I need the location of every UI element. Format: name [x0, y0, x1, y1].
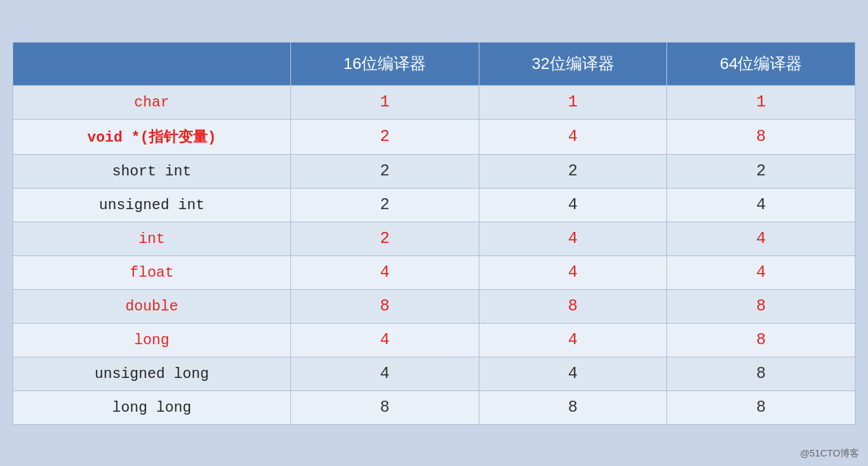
value-cell-col3: 1	[667, 85, 856, 119]
type-cell: float	[13, 255, 291, 289]
value-cell-col3: 4	[667, 222, 856, 255]
table-row: long448	[13, 323, 856, 357]
type-cell: unsigned int	[13, 188, 291, 222]
type-label: long long	[112, 399, 191, 416]
value-cell-col2: 4	[479, 222, 667, 255]
value-cell-col2: 4	[479, 119, 667, 154]
type-cell: char	[13, 85, 291, 119]
value-cell-col1: 2	[290, 222, 479, 255]
type-label: double	[125, 298, 178, 315]
header-row: 16位编译器 32位编译器 64位编译器	[13, 42, 856, 85]
table-row: float444	[13, 255, 856, 289]
table-row: char111	[13, 85, 856, 119]
type-label: unsigned long	[95, 365, 209, 382]
value-cell-col3: 4	[667, 255, 856, 289]
main-container: 16位编译器 32位编译器 64位编译器 char111void *(指针变量)…	[12, 42, 856, 425]
type-label: short int	[112, 163, 191, 180]
header-col3: 64位编译器	[667, 42, 856, 85]
value-cell-col3: 2	[667, 154, 856, 188]
watermark: @51CTO博客	[800, 447, 859, 460]
value-cell-col1: 4	[290, 323, 479, 357]
table-row: short int222	[13, 154, 856, 188]
table-row: double888	[13, 289, 856, 323]
table-row: unsigned int244	[13, 188, 856, 222]
value-cell-col2: 4	[479, 188, 667, 222]
type-cell: int	[13, 222, 291, 255]
type-cell: long	[13, 323, 291, 357]
value-cell-col2: 4	[479, 323, 667, 357]
type-label: char	[134, 94, 169, 111]
value-cell-col1: 8	[290, 289, 479, 323]
value-cell-col2: 8	[479, 390, 667, 424]
value-cell-col2: 2	[479, 154, 667, 188]
type-cell: void *(指针变量)	[13, 119, 291, 154]
type-cell: double	[13, 289, 291, 323]
value-cell-col3: 8	[667, 289, 856, 323]
value-cell-col2: 4	[479, 255, 667, 289]
value-cell-col1: 4	[290, 357, 479, 390]
type-cell: unsigned long	[13, 357, 291, 390]
value-cell-col3: 4	[667, 188, 856, 222]
value-cell-col1: 2	[290, 154, 479, 188]
value-cell-col1: 2	[290, 188, 479, 222]
type-label: unsigned int	[99, 197, 205, 214]
header-col1: 16位编译器	[290, 42, 479, 85]
type-cell: short int	[13, 154, 291, 188]
value-cell-col3: 8	[667, 119, 856, 154]
value-cell-col3: 8	[667, 323, 856, 357]
value-cell-col1: 4	[290, 255, 479, 289]
value-cell-col3: 8	[667, 390, 856, 424]
value-cell-col1: 2	[290, 119, 479, 154]
value-cell-col1: 1	[290, 85, 479, 119]
type-label: long	[134, 332, 169, 349]
value-cell-col2: 4	[479, 357, 667, 390]
type-label: void *(指针变量)	[87, 129, 216, 146]
value-cell-col2: 1	[479, 85, 667, 119]
value-cell-col3: 8	[667, 357, 856, 390]
type-cell: long long	[13, 390, 291, 424]
value-cell-col2: 8	[479, 289, 667, 323]
header-col0	[13, 42, 291, 85]
header-col2: 32位编译器	[479, 42, 667, 85]
table-row: long long888	[13, 390, 856, 424]
table-row: void *(指针变量)248	[13, 119, 856, 154]
table-row: unsigned long448	[13, 357, 856, 390]
table-row: int244	[13, 222, 856, 255]
value-cell-col1: 8	[290, 390, 479, 424]
type-label: float	[130, 264, 174, 281]
type-label: int	[139, 230, 165, 247]
data-table: 16位编译器 32位编译器 64位编译器 char111void *(指针变量)…	[12, 42, 856, 425]
table-body: char111void *(指针变量)248short int222unsign…	[13, 85, 856, 424]
